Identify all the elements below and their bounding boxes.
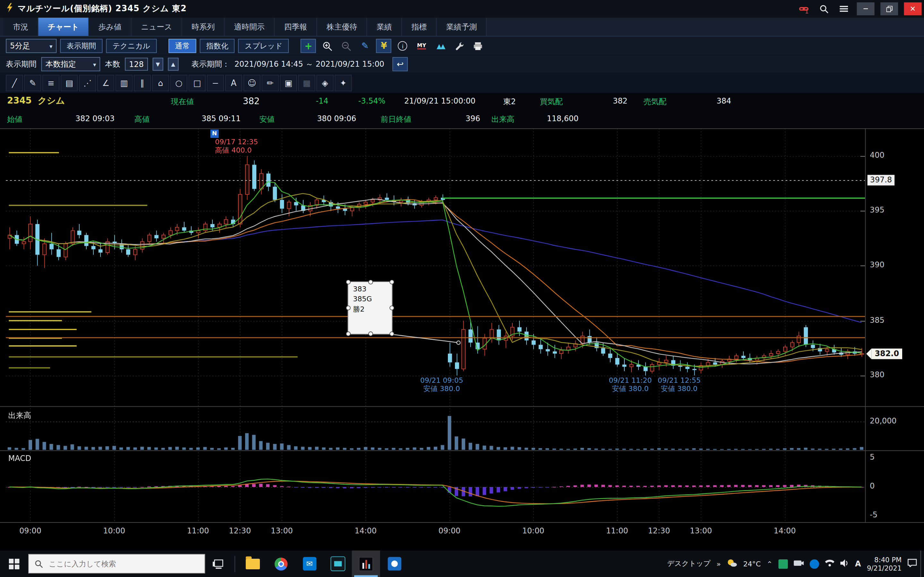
quote-row-2: 始値 382 09:03 高値 385 09:11 安値 380 09:06 前… [0, 111, 924, 128]
tab-market[interactable]: 市況 [3, 18, 38, 36]
price-chart-canvas[interactable] [6, 128, 865, 523]
ask-label: 売気配 [644, 97, 667, 107]
interval-select[interactable]: 5分足▾ [6, 39, 57, 53]
my-chart-button[interactable]: MY [414, 39, 429, 53]
print-button[interactable] [471, 39, 486, 53]
clear-all-tool[interactable]: ✦ [334, 75, 352, 91]
close-button[interactable]: ✕ [904, 2, 922, 15]
file-explorer-app[interactable] [239, 550, 267, 577]
start-button[interactable] [0, 550, 28, 577]
tab-shareholder-benefits[interactable]: 株主優待 [317, 18, 367, 36]
taskbar-clock[interactable]: 8:40 PM 9/21/2021 [867, 556, 901, 572]
selection-handle[interactable] [346, 279, 351, 284]
vertical-lines-tool[interactable]: ▥ [115, 75, 132, 91]
bar-count-down-button[interactable]: ▼ [152, 58, 163, 71]
x-axis-label: 10:00 [97, 526, 131, 535]
selection-handle[interactable] [368, 332, 373, 336]
tab-chart[interactable]: チャート [38, 18, 89, 36]
info-button[interactable]: i [395, 39, 410, 53]
tab-timeseries[interactable]: 時系列 [182, 18, 225, 36]
temperature-label[interactable]: 24°C [743, 560, 761, 568]
taskbar-search-box[interactable] [28, 554, 205, 574]
bar-count-input[interactable]: 128 [125, 58, 148, 71]
weather-icon[interactable] [727, 558, 737, 569]
tab-earnings[interactable]: 業績 [367, 18, 402, 36]
bar-count-up-button[interactable]: ▲ [168, 58, 178, 71]
pentagon-tool[interactable]: ⌂ [152, 75, 169, 91]
tab-indicators[interactable]: 指標 [402, 18, 437, 36]
duplicate-tool[interactable]: ▣ [280, 75, 297, 91]
chevron-up-icon[interactable]: ⌃ [766, 560, 772, 568]
tab-earnings-forecast[interactable]: 業績予測 [437, 18, 487, 36]
chevron-right-icon[interactable]: » [716, 560, 720, 568]
tab-shikiho[interactable]: 四季報 [275, 18, 317, 36]
crayon-tool[interactable]: ✎ [24, 75, 41, 91]
mode-indexed-button[interactable]: 指数化 [200, 39, 235, 53]
restore-button[interactable] [880, 2, 898, 15]
show-desktop-button[interactable] [921, 550, 924, 577]
mail-app[interactable]: ✉ [295, 550, 323, 577]
mode-normal-button[interactable]: 通常 [168, 39, 196, 53]
selection-handle[interactable] [389, 306, 394, 310]
drawn-note-box[interactable]: 383 385G 勝2 [348, 282, 393, 334]
minimize-button[interactable]: ─ [857, 2, 875, 15]
yen-icon: ¥ [381, 41, 387, 51]
reset-period-button[interactable]: ↩ [393, 57, 408, 71]
zoom-out-button[interactable] [338, 39, 354, 53]
zoom-in-button[interactable] [320, 39, 335, 53]
horizontal-segment-tool[interactable]: − [207, 75, 224, 91]
icon-stamp-tool[interactable]: ☺ [244, 75, 260, 91]
menu-icon[interactable] [837, 2, 851, 15]
parallel-channel-tool[interactable]: ∥ [134, 75, 151, 91]
selection-handle[interactable] [389, 332, 394, 336]
panel-separator [0, 406, 924, 407]
yen-display-button[interactable]: ¥ [376, 39, 392, 53]
grid-lines-tool[interactable]: ▤ [61, 75, 78, 91]
taskbar-search-input[interactable] [48, 559, 192, 569]
rectangle-tool[interactable]: □ [189, 75, 206, 91]
photos-app[interactable] [380, 550, 409, 577]
selection-handle[interactable] [389, 279, 394, 284]
eraser-tool[interactable]: ◈ [317, 75, 333, 91]
search-icon[interactable] [817, 2, 831, 15]
link-icon[interactable]: 1 [796, 2, 811, 15]
display-period-button[interactable]: 表示期間 [60, 39, 102, 53]
display-settings-button[interactable]: ▲▲ [433, 39, 448, 53]
selection-handle[interactable] [368, 279, 373, 284]
technical-button[interactable]: テクニカル [106, 39, 157, 53]
current-price: 382 [243, 96, 260, 106]
text-tool[interactable]: A [225, 75, 242, 91]
camera-icon[interactable] [794, 559, 804, 568]
news-badge[interactable]: N [210, 129, 219, 138]
desktop-toolbar-label[interactable]: デスクトップ [667, 559, 711, 569]
settings-button[interactable] [452, 39, 467, 53]
network-icon[interactable] [825, 559, 834, 568]
task-view-button[interactable] [205, 550, 231, 577]
notification-center-icon[interactable] [908, 559, 917, 569]
tab-news[interactable]: ニュース [132, 18, 182, 36]
angle-line-tool[interactable]: ∠ [97, 75, 114, 91]
pointer-pen-tool[interactable]: ✏ [262, 75, 279, 91]
tab-tick[interactable]: 歩み値 [89, 18, 132, 36]
trading-app-active[interactable] [352, 550, 380, 577]
remote-screen-app[interactable] [323, 550, 352, 577]
tab-disclosure[interactable]: 適時開示 [225, 18, 275, 36]
fibonacci-tool[interactable]: ⋰ [79, 75, 96, 91]
chrome-app[interactable] [267, 550, 295, 577]
tray-blue-app-icon[interactable] [810, 559, 819, 568]
period-mode-select[interactable]: 本数指定▾ [41, 57, 100, 71]
mode-spread-button[interactable]: スプレッド [238, 39, 289, 53]
trendline-tool[interactable]: ╱ [6, 75, 23, 91]
selection-handle[interactable] [346, 306, 351, 310]
horizontal-lines-tool[interactable]: ≡ [42, 75, 59, 91]
tray-green-app-icon[interactable] [779, 559, 788, 568]
draw-pencil-button[interactable]: ✎ [357, 39, 373, 53]
open-label: 始値 [7, 114, 23, 125]
ellipse-tool[interactable]: ○ [170, 75, 187, 91]
speaker-icon[interactable] [840, 559, 849, 568]
photos-icon [388, 557, 401, 571]
ime-mode-indicator[interactable]: A [855, 559, 861, 568]
locked-tool[interactable]: ▦ [298, 75, 315, 91]
add-chart-button[interactable]: + [301, 39, 317, 53]
selection-handle[interactable] [346, 332, 351, 336]
